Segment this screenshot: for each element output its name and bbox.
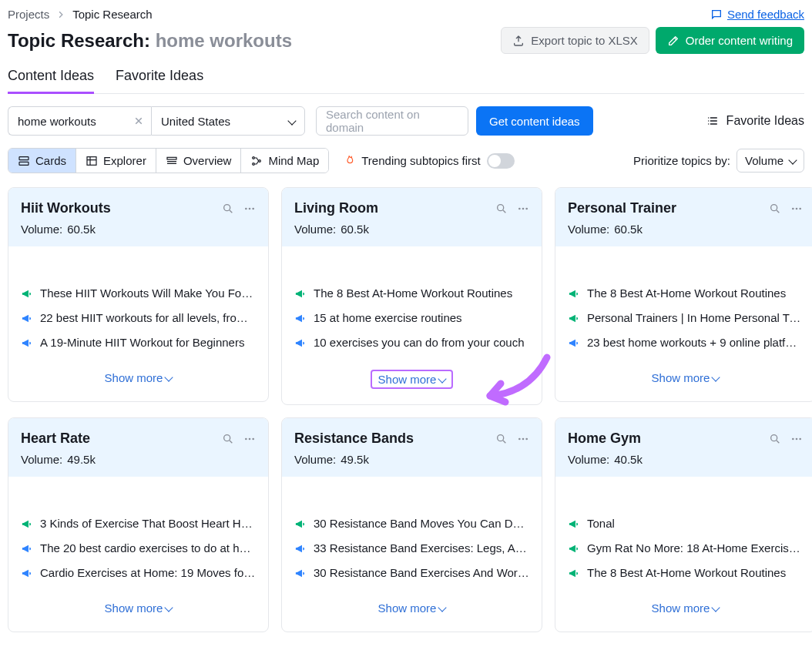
topic-card-title: Personal Trainer xyxy=(568,200,676,216)
search-icon[interactable] xyxy=(495,203,508,215)
svg-point-24 xyxy=(518,437,521,440)
prioritize-value: Volume xyxy=(745,154,783,167)
view-cards-label: Cards xyxy=(35,154,66,167)
trending-toggle[interactable] xyxy=(487,153,515,169)
topic-card-item[interactable]: 15 at home exercise routines xyxy=(294,307,529,331)
topic-card-item[interactable]: Tonal xyxy=(568,512,803,537)
more-icon[interactable] xyxy=(243,203,256,215)
megaphone-icon xyxy=(568,568,579,581)
megaphone-icon xyxy=(21,518,32,532)
clear-keyword-icon[interactable] xyxy=(134,115,143,128)
trending-toggle-group: Trending subtopics first xyxy=(343,153,515,169)
topic-card-item[interactable]: The 20 best cardio exercises to do at ho… xyxy=(21,537,256,561)
search-icon[interactable] xyxy=(769,433,781,445)
keyword-input[interactable]: home workouts xyxy=(8,106,151,136)
topic-card-item[interactable]: Cardio Exercises at Home: 19 Moves for … xyxy=(21,561,256,586)
svg-point-6 xyxy=(259,159,261,162)
show-more-button[interactable]: Show more xyxy=(646,370,726,386)
view-overview[interactable]: Overview xyxy=(156,149,242,173)
svg-point-19 xyxy=(224,434,230,441)
country-select[interactable]: United States xyxy=(151,106,305,136)
search-icon[interactable] xyxy=(495,433,508,445)
show-more-label: Show more xyxy=(105,601,163,615)
svg-point-27 xyxy=(771,434,777,441)
svg-point-9 xyxy=(249,207,251,209)
show-more-button[interactable]: Show more xyxy=(372,600,452,616)
tab-content-ideas[interactable]: Content Ideas xyxy=(8,68,94,93)
more-icon[interactable] xyxy=(243,433,256,445)
show-more-button[interactable]: Show more xyxy=(371,370,454,389)
mindmap-icon xyxy=(250,155,263,167)
view-mindmap-label: Mind Map xyxy=(268,154,319,167)
topic-card-item[interactable]: 23 best home workouts + 9 online platfo… xyxy=(568,331,803,356)
get-content-ideas-button[interactable]: Get content ideas xyxy=(476,106,593,136)
prioritize-select[interactable]: Volume xyxy=(737,149,804,173)
tab-favorite-ideas[interactable]: Favorite Ideas xyxy=(116,68,203,93)
topic-card-item-text: Cardio Exercises at Home: 19 Moves for … xyxy=(40,566,256,579)
svg-point-5 xyxy=(253,162,255,165)
chevron-down-icon xyxy=(439,601,445,615)
topic-card-item[interactable]: Gym Rat No More: 18 At-Home Exercises… xyxy=(568,537,803,561)
chevron-down-icon xyxy=(289,115,295,128)
search-icon[interactable] xyxy=(222,203,234,215)
search-icon[interactable] xyxy=(769,203,781,215)
topic-card-item-text: 33 Resistance Band Exercises: Legs, Ar… xyxy=(314,541,529,555)
search-icon[interactable] xyxy=(222,433,234,445)
topic-card-item[interactable]: 10 exercises you can do from your couch xyxy=(294,331,529,356)
more-icon[interactable] xyxy=(517,433,529,445)
export-topic-button[interactable]: Export topic to XLSX xyxy=(501,27,649,54)
more-icon[interactable] xyxy=(790,203,803,215)
view-mindmap[interactable]: Mind Map xyxy=(241,149,328,173)
topic-card-item[interactable]: These HIIT Workouts Will Make You Forg… xyxy=(21,282,256,307)
breadcrumb-root[interactable]: Projects xyxy=(8,8,49,21)
topic-card-item[interactable]: 3 Kinds of Exercise That Boost Heart He… xyxy=(21,512,256,537)
svg-point-18 xyxy=(799,207,801,209)
svg-point-22 xyxy=(252,437,254,440)
view-explorer-label: Explorer xyxy=(103,154,146,167)
chevron-down-icon xyxy=(713,601,719,615)
view-cards[interactable]: Cards xyxy=(8,149,76,173)
view-explorer[interactable]: Explorer xyxy=(76,149,156,173)
more-icon[interactable] xyxy=(790,433,803,445)
upload-icon xyxy=(512,35,525,47)
megaphone-icon xyxy=(568,543,579,557)
table-icon xyxy=(86,155,98,167)
topic-card-item[interactable]: 30 Resistance Band Exercises And Work… xyxy=(294,561,529,586)
topic-card-item[interactable]: The 8 Best At-Home Workout Routines xyxy=(568,561,803,586)
keyword-input-value: home workouts xyxy=(18,115,96,128)
topic-card-item[interactable]: The 8 Best At-Home Workout Routines xyxy=(294,282,529,307)
favorite-ideas-label: Favorite Ideas xyxy=(726,114,804,128)
megaphone-icon xyxy=(294,313,306,327)
order-content-button[interactable]: Order content writing xyxy=(656,27,804,54)
megaphone-icon xyxy=(21,313,32,327)
topic-card-item[interactable]: A 19-Minute HIIT Workout for Beginners xyxy=(21,331,256,356)
more-icon[interactable] xyxy=(517,203,529,215)
breadcrumb: Projects Topic Research xyxy=(8,8,153,21)
topic-card-item[interactable]: 22 best HIIT workouts for all levels, fr… xyxy=(21,307,256,331)
chevron-right-icon xyxy=(57,8,65,21)
topic-card-item[interactable]: 33 Resistance Band Exercises: Legs, Ar… xyxy=(294,537,529,561)
volume-value: 49.5k xyxy=(67,453,96,466)
topic-card-item[interactable]: Personal Trainers | In Home Personal Tra… xyxy=(568,307,803,331)
show-more-button[interactable]: Show more xyxy=(646,600,726,616)
topic-card-item[interactable]: 30 Resistance Band Moves You Can Do … xyxy=(294,512,529,537)
domain-search-input[interactable]: Search content on domain xyxy=(316,106,468,136)
topic-card-item[interactable]: The 8 Best At-Home Workout Routines xyxy=(568,282,803,307)
send-feedback-link[interactable]: Send feedback xyxy=(710,8,804,21)
export-topic-label: Export topic to XLSX xyxy=(531,34,637,47)
svg-point-25 xyxy=(522,437,525,440)
view-toggle: Cards Explorer Overview Mind Map xyxy=(8,148,329,173)
volume-value: 40.5k xyxy=(614,453,643,466)
topic-card: Hiit WorkoutsVolume:60.5kThese HIIT Work… xyxy=(8,187,269,402)
svg-point-14 xyxy=(525,207,528,209)
prioritize-label: Prioritize topics by: xyxy=(633,154,730,167)
topic-card-item-text: The 8 Best At-Home Workout Routines xyxy=(587,286,786,300)
show-more-button[interactable]: Show more xyxy=(99,600,179,616)
favorite-ideas-link[interactable]: Favorite Ideas xyxy=(706,114,804,128)
volume-label: Volume: xyxy=(21,453,62,466)
topic-card-item-text: 30 Resistance Band Exercises And Work… xyxy=(314,566,529,579)
topic-card: Resistance BandsVolume:49.5k30 Resistanc… xyxy=(281,417,542,632)
show-more-button[interactable]: Show more xyxy=(99,370,179,386)
svg-point-4 xyxy=(253,156,255,159)
order-content-label: Order content writing xyxy=(686,34,793,47)
